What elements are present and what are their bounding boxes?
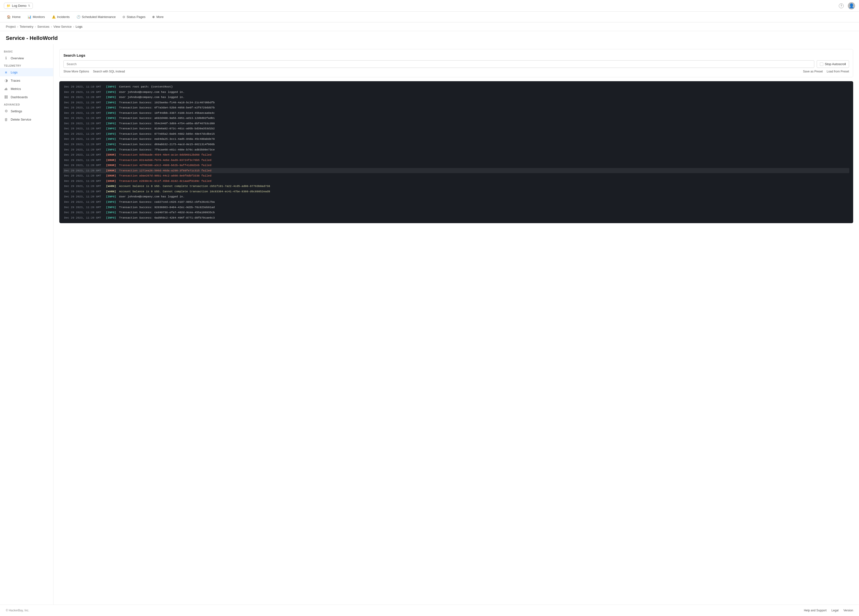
search-options-row: Show More Options Search with SQL instea…: [64, 70, 849, 73]
log-line[interactable]: Dec 29 2023, 11:20 GMT [INFO] Transactio…: [63, 147, 849, 152]
log-line[interactable]: Dec 29 2023, 11:20 GMT [INFO] User johnd…: [63, 194, 849, 199]
log-line[interactable]: Dec 29 2023, 11:20 GMT [EROR] Transactio…: [63, 168, 849, 174]
sidebar-item-metrics[interactable]: Metrics: [0, 84, 53, 93]
top-bar-right: ? 👤: [838, 2, 855, 9]
show-more-options-link[interactable]: Show More Options: [64, 70, 89, 73]
svg-rect-4: [5, 95, 6, 97]
log-line[interactable]: Dec 29 2023, 11:20 GMT [INFO] Transactio…: [63, 116, 849, 121]
log-terminal[interactable]: Dec 29 2023, 11:19 GMT [INFO] Content ro…: [59, 81, 853, 223]
nav-item-status-pages[interactable]: ⊙ Status Pages: [120, 13, 148, 21]
log-line[interactable]: Dec 29 2023, 11:20 GMT [INFO] Transactio…: [63, 105, 849, 110]
log-line[interactable]: Dec 29 2023, 11:20 GMT [INFO] Transactio…: [63, 136, 849, 142]
log-line[interactable]: Dec 29 2023, 11:20 GMT [EROR] Transactio…: [63, 178, 849, 184]
log-line[interactable]: Dec 29 2023, 11:20 GMT [INFO] Transactio…: [63, 100, 849, 105]
log-timestamp: Dec 29 2023, 11:20 GMT: [64, 131, 106, 136]
breadcrumb-view-service[interactable]: View Service: [53, 25, 72, 28]
project-name: Log Demo: [12, 4, 27, 8]
log-level: [INFO]: [106, 216, 119, 220]
log-line[interactable]: Dec 29 2023, 11:20 GMT [INFO] Transactio…: [63, 142, 849, 147]
stop-autoscroll-label: Stop Autoscroll: [825, 62, 846, 66]
log-line[interactable]: Dec 29 2023, 11:20 GMT [INFO] Transactio…: [63, 110, 849, 116]
log-message: User johndoe@company.com has logged in.: [119, 95, 184, 100]
page-title-bar: Service - HelloWorld: [0, 31, 859, 44]
log-line[interactable]: Dec 29 2023, 11:20 GMT [INFO] Transactio…: [63, 126, 849, 131]
sidebar-item-dashboards[interactable]: Dashboards: [0, 93, 53, 101]
log-level: [INFO]: [106, 194, 119, 199]
log-line[interactable]: Dec 29 2023, 11:20 GMT [INFO] User johnd…: [63, 95, 849, 100]
load-from-preset-link[interactable]: Load from Preset: [827, 70, 849, 73]
search-with-sql-link[interactable]: Search with SQL instead: [93, 70, 125, 73]
log-line[interactable]: Dec 29 2023, 11:20 GMT [EROR] Transactio…: [63, 158, 849, 163]
log-timestamp: Dec 29 2023, 11:20 GMT: [64, 200, 106, 205]
log-line[interactable]: Dec 29 2023, 11:20 GMT [INFO] Transactio…: [63, 131, 849, 137]
sidebar-item-delete-service[interactable]: 🗑 Delete Service: [0, 115, 53, 124]
log-line[interactable]: Dec 29 2023, 11:20 GMT [INFO] Transactio…: [63, 215, 849, 220]
log-message: Transaction Success: 554c946f-3d69-4754-…: [119, 121, 215, 126]
nav-item-more[interactable]: ⊕ More: [149, 13, 167, 21]
sidebar: Basic ℹ Overview Telemetry ≡ Logs ◑ Trac…: [0, 44, 53, 605]
log-line[interactable]: Dec 29 2023, 11:20 GMT [EROR] Transactio…: [63, 163, 849, 168]
log-level: [EROR]: [106, 179, 119, 183]
log-message: Transaction Success: ea04da25-3cc1-4ad5-…: [119, 137, 215, 141]
log-level: [EROR]: [106, 168, 119, 173]
log-line[interactable]: Dec 29 2023, 11:20 GMT [WARN] Account ba…: [63, 189, 849, 194]
sidebar-dashboards-label: Dashboards: [11, 95, 28, 99]
log-timestamp: Dec 29 2023, 11:20 GMT: [64, 121, 106, 126]
project-selector[interactable]: 📁 Log Demo ⇅: [4, 3, 33, 9]
log-line[interactable]: Dec 29 2023, 11:20 GMT [INFO] User johnd…: [63, 89, 849, 95]
nav-item-home[interactable]: 🏠 Home: [4, 13, 23, 21]
sidebar-traces-label: Traces: [11, 79, 20, 83]
log-timestamp: Dec 29 2023, 11:20 GMT: [64, 216, 106, 220]
sidebar-item-logs[interactable]: ≡ Logs: [0, 68, 53, 76]
log-line[interactable]: Dec 29 2023, 11:20 GMT [INFO] Transactio…: [63, 210, 849, 215]
chevron-icon: ⇅: [28, 4, 30, 7]
search-input[interactable]: [64, 60, 814, 68]
nav: 🏠 Home 📊 Monitors ⚠️ Incidents 🕐 Schedul…: [0, 12, 859, 22]
log-level: [INFO]: [106, 90, 119, 95]
log-line[interactable]: Dec 29 2023, 11:20 GMT [WARN] Account ba…: [63, 183, 849, 189]
log-level: [INFO]: [106, 142, 119, 147]
log-level: [INFO]: [106, 200, 119, 205]
help-icon-btn[interactable]: ?: [838, 2, 845, 9]
log-message: User johndoe@company.com has logged in.: [119, 194, 184, 199]
breadcrumb-telemetry[interactable]: Telemetry: [20, 25, 33, 28]
sidebar-section-advanced: Advanced: [0, 101, 53, 107]
sidebar-item-overview[interactable]: ℹ Overview: [0, 54, 53, 62]
log-level: [INFO]: [106, 105, 119, 110]
log-level: [INFO]: [106, 126, 119, 131]
search-options-left: Show More Options Search with SQL instea…: [64, 70, 125, 73]
breadcrumb-sep-2: ›: [35, 25, 36, 28]
stop-autoscroll-button[interactable]: Stop Autoscroll: [817, 60, 849, 68]
log-message: Transaction Success: ced49736-efa7-402d-…: [119, 210, 215, 215]
breadcrumb-project[interactable]: Project: [6, 25, 16, 28]
log-line[interactable]: Dec 29 2023, 11:20 GMT [INFO] Transactio…: [63, 199, 849, 205]
footer-legal-link[interactable]: Legal: [831, 609, 839, 612]
log-timestamp: Dec 29 2023, 11:20 GMT: [64, 142, 106, 147]
log-level: [WARN]: [106, 189, 119, 194]
breadcrumb-services[interactable]: Services: [37, 25, 50, 28]
copyright: © HackerBay, Inc.: [6, 609, 29, 612]
footer-version-link[interactable]: Version: [843, 609, 853, 612]
log-level: [EROR]: [106, 163, 119, 168]
nav-item-scheduled-maintenance[interactable]: 🕐 Scheduled Maintenance: [73, 13, 119, 21]
nav-item-incidents[interactable]: ⚠️ Incidents: [49, 13, 73, 21]
log-level: [EROR]: [106, 174, 119, 178]
sidebar-item-settings[interactable]: ⚙ Settings: [0, 107, 53, 115]
content-area: Search Logs Stop Autoscroll Show More Op…: [53, 44, 859, 605]
log-message: Account balance is 0 USD. Cannot complet…: [119, 184, 270, 189]
log-level: [INFO]: [106, 137, 119, 141]
svg-rect-7: [6, 97, 8, 98]
nav-item-monitors[interactable]: 📊 Monitors: [25, 13, 48, 21]
log-timestamp: Dec 29 2023, 11:20 GMT: [64, 90, 106, 95]
sidebar-item-traces[interactable]: ◑ Traces: [0, 76, 53, 84]
log-line[interactable]: Dec 29 2023, 11:20 GMT [EROR] Transactio…: [63, 173, 849, 178]
stop-autoscroll-checkbox: [820, 63, 823, 66]
avatar[interactable]: 👤: [848, 2, 855, 9]
log-line[interactable]: Dec 29 2023, 11:20 GMT [INFO] Transactio…: [63, 205, 849, 210]
log-line[interactable]: Dec 29 2023, 11:19 GMT [INFO] Content ro…: [63, 84, 849, 89]
footer-help-link[interactable]: Help and Support: [804, 609, 826, 612]
log-line[interactable]: Dec 29 2023, 11:20 GMT [INFO] Transactio…: [63, 121, 849, 126]
log-line[interactable]: Dec 29 2023, 11:20 GMT [EROR] Transactio…: [63, 152, 849, 158]
log-level: [INFO]: [106, 84, 119, 89]
save-as-preset-link[interactable]: Save as Preset: [803, 70, 823, 73]
